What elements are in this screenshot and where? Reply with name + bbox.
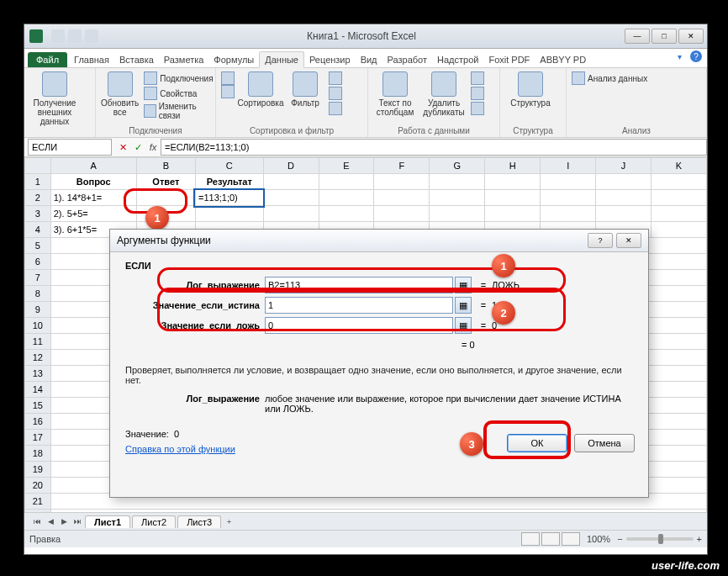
redo-icon[interactable]	[85, 29, 98, 43]
zoom-level[interactable]: 100%	[587, 534, 610, 544]
tab-formulas[interactable]: Формулы	[208, 52, 259, 67]
enter-formula-icon[interactable]: ✓	[130, 140, 145, 155]
view-page-layout-button[interactable]	[541, 532, 560, 546]
row-header-1[interactable]: 1	[25, 174, 51, 190]
sheet-tab-1[interactable]: Лист1	[85, 515, 130, 528]
text-to-columns-button[interactable]: Текст по столбцам	[373, 71, 417, 117]
arg-false-label: Значение_если_ложь	[125, 320, 265, 330]
whatif-button[interactable]	[471, 102, 484, 115]
arg-log-ref-button[interactable]: ▦	[455, 277, 472, 293]
sheet-nav-next-icon[interactable]: ▶	[58, 515, 70, 527]
cell-A1[interactable]: Вопрос	[50, 174, 136, 190]
cell-A3[interactable]: 2). 5+5=	[50, 206, 136, 222]
fx-icon[interactable]: fx	[145, 140, 161, 155]
sheet-nav-first-icon[interactable]: ⏮	[31, 515, 43, 527]
col-header-F[interactable]: F	[374, 158, 430, 174]
zoom-out-button[interactable]: −	[617, 534, 622, 544]
group-analysis-label: Анализ	[572, 126, 701, 135]
data-validation-button[interactable]	[471, 71, 484, 85]
tab-layout[interactable]: Разметка	[159, 52, 209, 67]
collapse-icon: ▦	[459, 320, 467, 331]
sort-button[interactable]: Сортировка	[240, 71, 282, 108]
tab-review[interactable]: Рецензир	[304, 52, 356, 67]
properties-button[interactable]: Свойства	[144, 87, 213, 100]
ribbon: Получение внешних данных Обновить все По…	[24, 68, 707, 138]
data-analysis-button[interactable]: Анализ данных	[572, 71, 647, 85]
view-page-break-button[interactable]	[562, 532, 580, 546]
edit-links-button[interactable]: Изменить связи	[144, 102, 213, 120]
connections-button[interactable]: Подключения	[144, 71, 213, 85]
function-help-link[interactable]: Справка по этой функции	[125, 444, 235, 454]
help-icon[interactable]: ?	[690, 50, 702, 62]
group-connections-label: Подключения	[101, 126, 210, 135]
tab-data[interactable]: Данные	[259, 51, 304, 68]
consolidate-button[interactable]	[471, 87, 484, 100]
col-header-E[interactable]: E	[319, 158, 374, 174]
col-header-G[interactable]: G	[430, 158, 485, 174]
col-header-K[interactable]: K	[651, 158, 706, 174]
zoom-slider[interactable]	[626, 537, 694, 541]
close-button[interactable]: ✕	[678, 29, 704, 44]
dialog-close-button[interactable]: ✕	[616, 233, 641, 248]
sheet-nav-prev-icon[interactable]: ◀	[45, 515, 56, 527]
zoom-in-button[interactable]: +	[697, 534, 702, 544]
arg-false-ref-button[interactable]: ▦	[455, 317, 472, 334]
minimize-ribbon-icon[interactable]: ▾	[673, 50, 685, 62]
cell-B2[interactable]	[136, 190, 195, 206]
col-header-I[interactable]: I	[541, 158, 596, 174]
col-header-H[interactable]: H	[485, 158, 541, 174]
sheet-nav-last-icon[interactable]: ⏭	[71, 515, 83, 527]
undo-icon[interactable]	[68, 29, 82, 43]
select-all-button[interactable]	[25, 158, 51, 174]
row-header-2[interactable]: 2	[25, 190, 51, 206]
tab-foxit[interactable]: Foxit PDF	[483, 52, 535, 67]
tab-developer[interactable]: Разработ	[382, 52, 432, 67]
view-normal-button[interactable]	[521, 532, 540, 546]
cell-A2[interactable]: 1). 14*8+1=	[50, 190, 136, 206]
arg-false-input[interactable]	[265, 317, 453, 334]
sort-asc-button[interactable]	[221, 71, 235, 85]
cell-C1[interactable]: Результат	[195, 174, 263, 190]
sheet-tab-3[interactable]: Лист3	[177, 515, 221, 528]
row-header-3[interactable]: 3	[25, 206, 51, 222]
tab-home[interactable]: Главная	[69, 52, 114, 67]
tab-addins[interactable]: Надстрой	[432, 52, 483, 67]
arg-true-ref-button[interactable]: ▦	[455, 297, 472, 314]
advanced-filter-button[interactable]	[329, 102, 342, 115]
col-header-B[interactable]: B	[136, 158, 195, 174]
clear-filter-button[interactable]	[329, 71, 342, 85]
cancel-formula-icon[interactable]: ✕	[115, 140, 130, 155]
refresh-all-button[interactable]: Обновить все	[101, 71, 139, 117]
sort-desc-button[interactable]	[221, 85, 235, 98]
col-header-C[interactable]: C	[195, 158, 263, 174]
maximize-button[interactable]: □	[652, 29, 677, 44]
cancel-button[interactable]: Отмена	[574, 434, 635, 452]
arg-log-input[interactable]	[265, 277, 453, 293]
dialog-help-button[interactable]: ?	[588, 233, 613, 248]
sheet-tab-2[interactable]: Лист2	[132, 515, 176, 528]
file-tab[interactable]: Файл	[28, 52, 67, 67]
tab-view[interactable]: Вид	[356, 52, 382, 67]
col-header-J[interactable]: J	[596, 158, 652, 174]
function-description: Проверяет, выполняется ли условие, и воз…	[125, 365, 633, 385]
name-box[interactable]: ЕСЛИ	[28, 139, 112, 156]
new-sheet-icon[interactable]: ＋	[223, 515, 235, 527]
save-icon[interactable]	[51, 29, 65, 43]
ok-button[interactable]: ОК	[507, 434, 567, 452]
arg-true-input[interactable]	[265, 297, 453, 314]
filter-button[interactable]: Фильтр	[287, 71, 324, 108]
dialog-titlebar[interactable]: Аргументы функции ? ✕	[110, 230, 648, 252]
minimize-button[interactable]: —	[625, 29, 650, 44]
formula-input[interactable]: =ЕСЛИ(B2=113;1;0)	[161, 139, 707, 156]
cell-B1[interactable]: Ответ	[136, 174, 195, 190]
row-header-4[interactable]: 4	[25, 222, 51, 238]
tab-insert[interactable]: Вставка	[114, 52, 159, 67]
tab-abbyy[interactable]: ABBYY PD	[535, 52, 591, 67]
reapply-button[interactable]	[329, 87, 342, 100]
outline-button[interactable]: Структура	[505, 71, 556, 108]
col-header-A[interactable]: A	[50, 158, 136, 174]
external-data-button[interactable]: Получение внешних данных	[29, 71, 80, 126]
remove-duplicates-button[interactable]: Удалить дубликаты	[422, 71, 466, 117]
cell-C2[interactable]: =113;1;0)	[195, 190, 263, 206]
col-header-D[interactable]: D	[263, 158, 319, 174]
